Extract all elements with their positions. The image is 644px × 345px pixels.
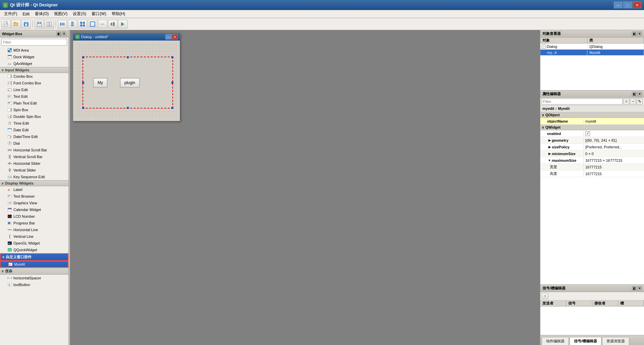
toolbar-vlayout[interactable]: [68, 20, 77, 28]
category-input-widgets[interactable]: Input Widgets: [0, 67, 68, 73]
close-button[interactable]: ✕: [633, 2, 641, 8]
widget-item-v-line[interactable]: Vertical Line: [0, 233, 68, 240]
widget-item-h-scroll[interactable]: Horizontal Scroll Bar: [0, 147, 68, 153]
handle-bottom-right[interactable]: [171, 107, 173, 109]
widget-item-v-slider[interactable]: Vertical Slider: [0, 167, 68, 174]
signal-slot-add-btn[interactable]: +: [542, 293, 548, 299]
category-display-widgets[interactable]: Display Widgets: [0, 180, 68, 186]
tab-resource-browser[interactable]: 资源浏览器: [602, 337, 629, 345]
geometry-expand[interactable]: ▶: [547, 138, 552, 143]
widget-item-dock-widget[interactable]: Dock Widget: [0, 54, 68, 60]
tab-signal-slot[interactable]: 信号/槽编辑器: [570, 337, 601, 345]
widget-item-double-spin-box[interactable]: 1.0 Double Spin Box: [0, 113, 68, 120]
widget-item-graphics-view[interactable]: Graphics View: [0, 200, 68, 206]
widget-item-combo-box[interactable]: ▼ Combo Box: [0, 73, 68, 80]
prop-objectname-value[interactable]: myedit: [584, 119, 644, 124]
obj-inspector-float-btn[interactable]: ◧: [632, 31, 637, 36]
menu-settings[interactable]: 设置(S): [70, 10, 89, 17]
toolbar-break[interactable]: [98, 20, 107, 28]
dialog-window[interactable]: D Dialog - untitled* — ✕: [73, 33, 180, 121]
prop-enabled-value[interactable]: ✓: [584, 131, 644, 136]
maxsize-expand[interactable]: ▼: [547, 158, 552, 163]
prop-section-qwidget[interactable]: QWidget: [540, 125, 644, 130]
tab-action-editor[interactable]: 动作编辑器: [542, 337, 569, 345]
widget-item-v-scroll[interactable]: Vertical Scroll Bar: [0, 153, 68, 160]
widget-item-spin-box[interactable]: ▲▼ Spin Box: [0, 107, 68, 113]
widget-item-time-edit[interactable]: Time Edit: [0, 120, 68, 127]
signal-slot-close-btn[interactable]: ✕: [637, 286, 642, 291]
obj-inspector-close-btn[interactable]: ✕: [637, 31, 642, 36]
category-spacers[interactable]: 便条: [0, 268, 68, 275]
handle-bottom-left[interactable]: [82, 107, 84, 109]
enabled-checkbox[interactable]: ✓: [585, 131, 590, 136]
widget-item-calendar[interactable]: Calendar Widget: [0, 206, 68, 213]
prop-add-btn[interactable]: +: [623, 98, 629, 105]
widget-item-h-slider[interactable]: Horizontal Slider: [0, 160, 68, 167]
minsize-expand[interactable]: ▶: [547, 151, 552, 156]
toolbar-new[interactable]: [1, 20, 11, 28]
toolbar-adjust[interactable]: [108, 20, 117, 28]
maximize-button[interactable]: □: [623, 2, 632, 8]
widget-item-date-edit[interactable]: Date Edit: [0, 127, 68, 133]
toolbar-grid[interactable]: [78, 20, 87, 28]
sizepolicy-expand[interactable]: ▶: [547, 145, 552, 149]
widget-filter-input[interactable]: [1, 39, 67, 46]
handle-mid-left[interactable]: [82, 82, 84, 84]
widget-item-myedit[interactable]: M Myedit: [0, 261, 68, 268]
toolbar-form[interactable]: [88, 20, 97, 28]
signal-slot-float-btn[interactable]: ◧: [632, 286, 637, 291]
handle-bottom-center[interactable]: [127, 107, 129, 109]
dialog-minimize-btn[interactable]: —: [165, 34, 171, 40]
plugin-button[interactable]: plugin: [120, 78, 140, 87]
widget-item-line-edit[interactable]: Line Edit: [0, 86, 68, 93]
handle-mid-right[interactable]: [171, 82, 173, 84]
prop-section-qobject[interactable]: QObject: [540, 112, 644, 118]
toolbar-preview[interactable]: [118, 20, 127, 28]
widget-item-key-seq[interactable]: Ctrl Key Sequence Edit: [0, 174, 68, 180]
dialog-expand-btn[interactable]: −: [542, 45, 546, 49]
menu-form[interactable]: 窗体(O): [32, 10, 51, 17]
toolbar-widget[interactable]: [35, 20, 44, 28]
toolbar-layout[interactable]: [45, 20, 54, 28]
widget-box-close-btn[interactable]: ✕: [62, 31, 66, 36]
widget-item-progress-bar[interactable]: Progress Bar: [0, 220, 68, 226]
prop-editor-float-btn[interactable]: ◧: [632, 92, 637, 96]
widget-item-qaxwidget[interactable]: Ax QAxWidget: [0, 60, 68, 67]
obj-row-myedit[interactable]: my...it Myedit: [540, 50, 644, 56]
menu-help[interactable]: 帮助(H): [109, 10, 128, 17]
menu-view[interactable]: 视图(V): [51, 10, 70, 17]
prop-width-value[interactable]: 16777215: [584, 165, 644, 169]
handle-top-center[interactable]: [127, 56, 129, 58]
canvas-area[interactable]: D Dialog - untitled* — ✕: [70, 30, 540, 345]
widget-item-dial[interactable]: Dial: [0, 140, 68, 147]
minimize-button[interactable]: —: [614, 2, 623, 8]
widget-item-opengl[interactable]: GL OpenGL Widget: [0, 240, 68, 247]
prop-editor-close-btn[interactable]: ✕: [637, 92, 642, 96]
prop-height-value[interactable]: 16777215: [584, 171, 644, 176]
toolbar-open[interactable]: [11, 20, 21, 28]
menu-edit[interactable]: Edit: [20, 11, 32, 17]
widget-item-h-line[interactable]: Horizontal Line: [0, 226, 68, 233]
dialog-close-btn[interactable]: ✕: [172, 34, 178, 40]
menu-file[interactable]: 文件(F): [1, 10, 20, 17]
widget-item-plain-text-edit[interactable]: Plain Text Edit: [0, 100, 68, 107]
handle-top-left[interactable]: [82, 56, 84, 58]
widget-item-lcd[interactable]: 8.8 LCD Number: [0, 213, 68, 220]
widget-item-h-spacer[interactable]: horizontalSpacer: [0, 275, 68, 281]
handle-top-right[interactable]: [171, 56, 173, 58]
toolbar-hlayout[interactable]: [58, 20, 67, 28]
widget-item-tool-button[interactable]: ⚙ toolButton: [0, 281, 68, 288]
widget-box-float-btn[interactable]: ◧: [56, 31, 61, 36]
prop-filter-input[interactable]: [542, 98, 623, 105]
my-button[interactable]: My: [93, 78, 107, 87]
obj-row-dialog[interactable]: − Dialog QDialog: [540, 44, 644, 50]
widget-item-text-browser[interactable]: Text Browser: [0, 193, 68, 200]
prop-remove-btn[interactable]: −: [630, 98, 636, 105]
widget-item-qquick[interactable]: QQ QQuickWidget: [0, 247, 68, 253]
widget-item-mdi-area[interactable]: MDI Area: [0, 47, 68, 54]
widget-item-font-combo-box[interactable]: F Font Combo Box: [0, 80, 68, 86]
widget-area[interactable]: My plugin: [83, 57, 173, 109]
widget-item-datetime-edit[interactable]: Date/Time Edit: [0, 133, 68, 140]
menu-window[interactable]: 窗口(W): [89, 10, 109, 17]
dialog-title-bar[interactable]: D Dialog - untitled* — ✕: [73, 33, 180, 41]
